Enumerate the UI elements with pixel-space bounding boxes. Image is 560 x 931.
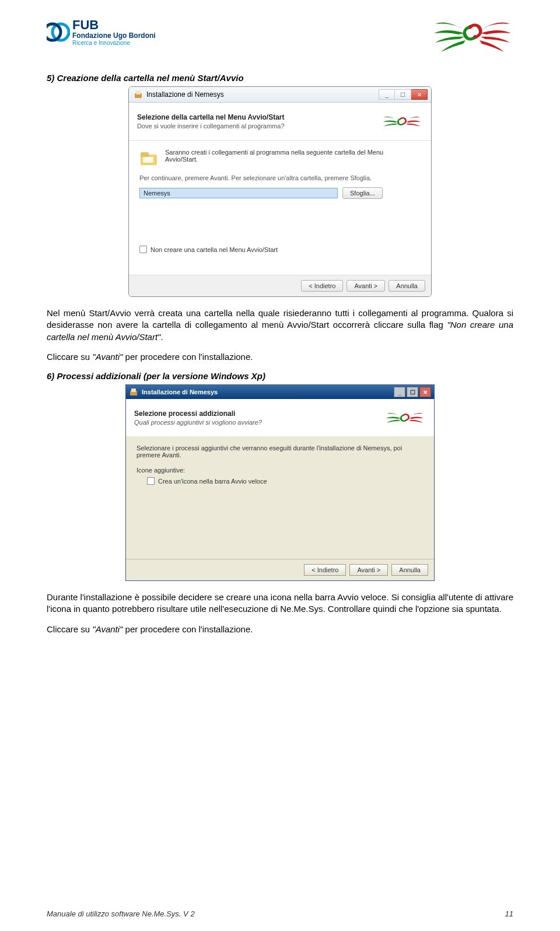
back-button[interactable]: < Indietro xyxy=(304,564,346,576)
xp-dialog: Installazione di Nemesys _ ☐ ✕ Selezione… xyxy=(125,384,435,581)
quicklaunch-label: Crea un'icona nella barra Avvio veloce xyxy=(158,478,267,485)
screenshot-xp: Installazione di Nemesys _ ☐ ✕ Selezione… xyxy=(47,384,513,581)
svg-rect-6 xyxy=(143,157,153,163)
no-folder-label: Non creare una cartella nel Menu Avvio/S… xyxy=(150,246,278,253)
svg-rect-2 xyxy=(136,91,141,94)
wings-logo-small xyxy=(381,108,423,134)
section6-heading: 6) Processi addizionali (per la versione… xyxy=(47,371,513,381)
svg-rect-5 xyxy=(141,152,149,157)
close-button[interactable]: ✕ xyxy=(411,89,428,100)
section6-paragraph1: Durante l'installazione è possibile deci… xyxy=(47,592,513,615)
window-controls: _ ☐ ✕ xyxy=(379,89,428,100)
next-button[interactable]: Avanti > xyxy=(346,280,385,292)
xp-title-text: Installazione di Nemesys xyxy=(142,388,218,396)
svg-rect-8 xyxy=(131,388,136,392)
cancel-button[interactable]: Annulla xyxy=(391,564,428,576)
no-folder-checkbox[interactable] xyxy=(139,246,147,253)
section5-heading: 5) Creazione della cartella nel menù Sta… xyxy=(47,73,513,83)
page-footer: Manuale di utilizzo software Ne.Me.Sys. … xyxy=(47,909,513,918)
fub-subtitle1: Fondazione Ugo Bordoni xyxy=(72,32,156,39)
xp-titlebar: Installazione di Nemesys _ ☐ ✕ xyxy=(126,385,434,399)
xp-header-subtitle: Quali processi aggiuntivi si vogliono av… xyxy=(134,419,262,426)
browse-button[interactable]: Sfoglia... xyxy=(342,187,383,199)
xp-footer: < Indietro Avanti > Annulla xyxy=(126,559,434,580)
fub-logo: FUB Fondazione Ugo Bordoni Ricerca e Inn… xyxy=(47,18,156,46)
xp-body: Selezionare i processi aggiuntivi che ve… xyxy=(126,436,434,559)
minimize-button[interactable]: _ xyxy=(379,89,395,100)
win7-body: Saranno creati i collegamenti al program… xyxy=(129,141,431,275)
xp-header: Selezione processi addizionali Quali pro… xyxy=(126,399,434,436)
wings-logo xyxy=(432,6,513,58)
win7-titlebar: Installazione di Nemesys _ ☐ ✕ xyxy=(129,87,431,103)
page-header: FUB Fondazione Ugo Bordoni Ricerca e Inn… xyxy=(47,6,513,58)
section6-click-next: Cliccare su "Avanti" per procedere con l… xyxy=(47,624,513,635)
next-button[interactable]: Avanti > xyxy=(349,564,388,576)
fub-subtitle2: Ricerca e Innovazione xyxy=(72,40,156,46)
xp-header-title: Selezione processi addizionali xyxy=(134,410,262,418)
section5-click-next: Cliccare su "Avanti" per procedere con l… xyxy=(47,351,513,363)
xp-body-text1: Selezionare i processi aggiuntivi che ve… xyxy=(136,444,424,459)
fub-logo-text: FUB Fondazione Ugo Bordoni Ricerca e Inn… xyxy=(72,19,156,46)
close-button[interactable]: ✕ xyxy=(419,387,431,397)
minimize-button[interactable]: _ xyxy=(394,387,405,397)
maximize-button[interactable]: ☐ xyxy=(395,89,411,100)
installer-icon xyxy=(129,387,138,397)
win7-header: Selezione della cartella nel Menu Avvio/… xyxy=(129,103,431,140)
win7-header-title: Selezione della cartella nel Menu Avvio/… xyxy=(137,113,285,121)
win7-footer: < Indietro Avanti > Annulla xyxy=(129,275,431,296)
page-number: 11 xyxy=(505,909,513,918)
win7-body-text2: Per continuare, premere Avanti. Per sele… xyxy=(139,174,421,181)
win7-header-subtitle: Dove si vuole inserire i collegamenti al… xyxy=(137,123,285,130)
win7-body-text1: Saranno creati i collegamenti al program… xyxy=(165,149,398,163)
folder-icon xyxy=(139,149,159,169)
footer-text: Manuale di utilizzo software Ne.Me.Sys. … xyxy=(47,909,195,918)
installer-icon xyxy=(134,90,143,99)
maximize-button[interactable]: ☐ xyxy=(407,387,418,397)
win7-title-text: Installazione di Nemesys xyxy=(146,90,224,99)
quicklaunch-checkbox[interactable] xyxy=(147,477,155,485)
cancel-button[interactable]: Annulla xyxy=(388,280,425,292)
fub-logo-mark xyxy=(47,18,70,46)
folder-path-input[interactable] xyxy=(139,188,338,198)
window-controls: _ ☐ ✕ xyxy=(394,387,431,397)
xp-icons-label: Icone aggiuntive: xyxy=(136,467,424,474)
fub-title: FUB xyxy=(72,19,156,32)
wings-logo-small xyxy=(384,405,426,430)
win7-dialog: Installazione di Nemesys _ ☐ ✕ Selezione… xyxy=(128,86,432,297)
section5-paragraph1: Nel menù Start/Avvio verrà creata una ca… xyxy=(47,307,513,343)
screenshot-win7: Installazione di Nemesys _ ☐ ✕ Selezione… xyxy=(47,86,513,297)
back-button[interactable]: < Indietro xyxy=(301,280,343,292)
